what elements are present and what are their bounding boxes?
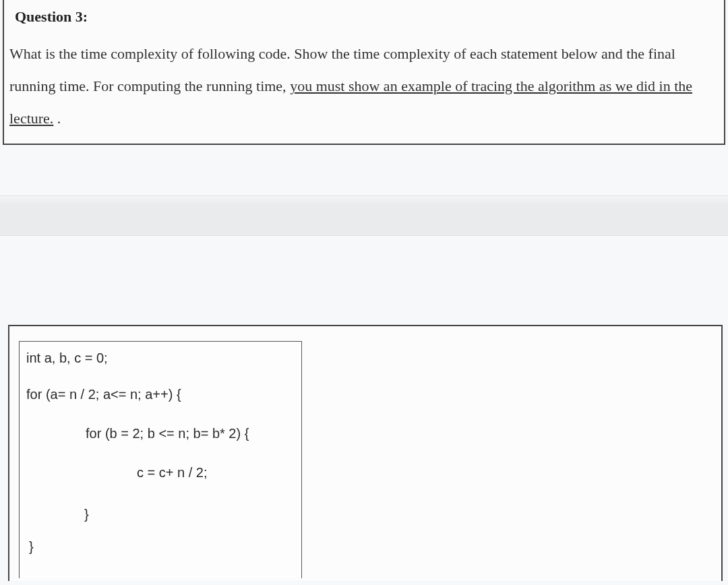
question-body: What is the time complexity of following… — [9, 38, 716, 135]
question-box: Question 3: What is the time complexity … — [3, 0, 725, 145]
code-line-4: c = c+ n / 2; — [26, 466, 296, 479]
code-line-1: int a, b, c = 0; — [26, 351, 296, 365]
question-title: Question 3: — [15, 8, 716, 26]
separator-band — [0, 195, 728, 236]
code-container-box: int a, b, c = 0; for (a= n / 2; a<= n; a… — [8, 325, 723, 581]
code-line-2: for (a= n / 2; a<= n; a++) { — [26, 388, 296, 401]
code-line-3: for (b = 2; b <= n; b= b* 2) { — [26, 427, 296, 440]
code-block: int a, b, c = 0; for (a= n / 2; a<= n; a… — [19, 341, 302, 578]
code-line-6: } — [26, 540, 296, 553]
code-line-5: } — [26, 507, 296, 521]
question-text-trailing: . — [53, 110, 61, 127]
